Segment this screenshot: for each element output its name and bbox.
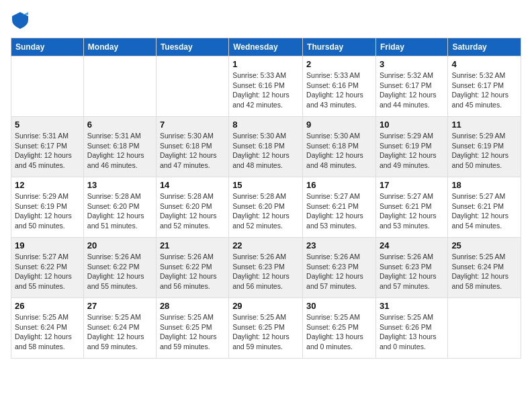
calendar-cell bbox=[156, 56, 228, 117]
day-info: Sunrise: 5:31 AM Sunset: 6:17 PM Dayligh… bbox=[15, 131, 80, 171]
day-number: 15 bbox=[232, 180, 299, 190]
day-info: Sunrise: 5:30 AM Sunset: 6:18 PM Dayligh… bbox=[306, 131, 372, 171]
day-number: 29 bbox=[232, 301, 299, 311]
day-info: Sunrise: 5:28 AM Sunset: 6:20 PM Dayligh… bbox=[160, 191, 225, 231]
day-number: 6 bbox=[87, 120, 152, 130]
calendar-cell: 31Sunrise: 5:25 AM Sunset: 6:26 PM Dayli… bbox=[375, 298, 447, 359]
day-info: Sunrise: 5:27 AM Sunset: 6:22 PM Dayligh… bbox=[15, 252, 80, 291]
day-number: 17 bbox=[380, 180, 444, 190]
weekday-header-tuesday: Tuesday bbox=[156, 38, 228, 56]
day-number: 3 bbox=[380, 59, 444, 69]
calendar-cell bbox=[83, 56, 156, 117]
day-number: 28 bbox=[160, 301, 225, 311]
day-info: Sunrise: 5:27 AM Sunset: 6:21 PM Dayligh… bbox=[380, 191, 444, 231]
calendar-cell: 14Sunrise: 5:28 AM Sunset: 6:20 PM Dayli… bbox=[156, 177, 228, 238]
calendar-cell: 16Sunrise: 5:27 AM Sunset: 6:21 PM Dayli… bbox=[303, 177, 376, 238]
day-number: 2 bbox=[306, 59, 372, 69]
calendar-cell: 19Sunrise: 5:27 AM Sunset: 6:22 PM Dayli… bbox=[11, 238, 84, 298]
calendar-cell: 9Sunrise: 5:30 AM Sunset: 6:18 PM Daylig… bbox=[303, 117, 376, 177]
day-number: 19 bbox=[15, 240, 80, 250]
day-number: 16 bbox=[306, 180, 372, 190]
day-number: 31 bbox=[380, 301, 444, 311]
day-info: Sunrise: 5:33 AM Sunset: 6:16 PM Dayligh… bbox=[306, 71, 372, 110]
day-info: Sunrise: 5:26 AM Sunset: 6:22 PM Dayligh… bbox=[160, 252, 225, 291]
day-info: Sunrise: 5:25 AM Sunset: 6:24 PM Dayligh… bbox=[87, 312, 152, 352]
day-number: 27 bbox=[87, 301, 152, 311]
day-info: Sunrise: 5:32 AM Sunset: 6:17 PM Dayligh… bbox=[451, 71, 517, 110]
calendar-cell: 6Sunrise: 5:31 AM Sunset: 6:18 PM Daylig… bbox=[83, 117, 156, 177]
calendar-cell: 11Sunrise: 5:29 AM Sunset: 6:19 PM Dayli… bbox=[448, 117, 521, 177]
calendar-cell: 22Sunrise: 5:26 AM Sunset: 6:23 PM Dayli… bbox=[229, 238, 303, 298]
day-number: 25 bbox=[451, 240, 517, 250]
day-number: 24 bbox=[380, 240, 444, 250]
calendar-table: SundayMondayTuesdayWednesdayThursdayFrid… bbox=[11, 38, 521, 359]
calendar-week-row: 12Sunrise: 5:29 AM Sunset: 6:19 PM Dayli… bbox=[11, 177, 521, 238]
calendar-cell: 30Sunrise: 5:25 AM Sunset: 6:25 PM Dayli… bbox=[303, 298, 376, 359]
day-number: 5 bbox=[15, 120, 80, 130]
day-number: 12 bbox=[15, 180, 80, 190]
weekday-header-thursday: Thursday bbox=[303, 38, 376, 56]
day-info: Sunrise: 5:33 AM Sunset: 6:16 PM Dayligh… bbox=[232, 71, 299, 110]
day-info: Sunrise: 5:31 AM Sunset: 6:18 PM Dayligh… bbox=[87, 131, 152, 171]
day-info: Sunrise: 5:25 AM Sunset: 6:25 PM Dayligh… bbox=[306, 312, 372, 352]
day-info: Sunrise: 5:27 AM Sunset: 6:21 PM Dayligh… bbox=[306, 191, 372, 231]
day-number: 9 bbox=[306, 120, 372, 130]
calendar-cell: 29Sunrise: 5:25 AM Sunset: 6:25 PM Dayli… bbox=[229, 298, 303, 359]
day-number: 14 bbox=[160, 180, 225, 190]
day-info: Sunrise: 5:26 AM Sunset: 6:23 PM Dayligh… bbox=[306, 252, 372, 291]
weekday-header-wednesday: Wednesday bbox=[229, 38, 303, 56]
calendar-cell: 26Sunrise: 5:25 AM Sunset: 6:24 PM Dayli… bbox=[11, 298, 84, 359]
logo bbox=[11, 11, 32, 30]
weekday-header-sunday: Sunday bbox=[11, 38, 84, 56]
day-info: Sunrise: 5:29 AM Sunset: 6:19 PM Dayligh… bbox=[451, 131, 517, 171]
day-info: Sunrise: 5:25 AM Sunset: 6:24 PM Dayligh… bbox=[15, 312, 80, 352]
day-info: Sunrise: 5:25 AM Sunset: 6:24 PM Dayligh… bbox=[451, 252, 517, 291]
day-number: 26 bbox=[15, 301, 80, 311]
day-info: Sunrise: 5:28 AM Sunset: 6:20 PM Dayligh… bbox=[232, 191, 299, 231]
day-info: Sunrise: 5:29 AM Sunset: 6:19 PM Dayligh… bbox=[15, 191, 80, 231]
calendar-cell: 15Sunrise: 5:28 AM Sunset: 6:20 PM Dayli… bbox=[229, 177, 303, 238]
calendar-cell: 13Sunrise: 5:28 AM Sunset: 6:20 PM Dayli… bbox=[83, 177, 156, 238]
day-number: 18 bbox=[451, 180, 517, 190]
calendar-cell: 8Sunrise: 5:30 AM Sunset: 6:18 PM Daylig… bbox=[229, 117, 303, 177]
day-info: Sunrise: 5:32 AM Sunset: 6:17 PM Dayligh… bbox=[380, 71, 444, 110]
calendar-cell: 4Sunrise: 5:32 AM Sunset: 6:17 PM Daylig… bbox=[448, 56, 521, 117]
calendar-cell: 5Sunrise: 5:31 AM Sunset: 6:17 PM Daylig… bbox=[11, 117, 84, 177]
day-number: 8 bbox=[232, 120, 299, 130]
day-info: Sunrise: 5:29 AM Sunset: 6:19 PM Dayligh… bbox=[380, 131, 444, 171]
day-number: 23 bbox=[306, 240, 372, 250]
calendar-week-row: 19Sunrise: 5:27 AM Sunset: 6:22 PM Dayli… bbox=[11, 238, 521, 298]
calendar-week-row: 1Sunrise: 5:33 AM Sunset: 6:16 PM Daylig… bbox=[11, 56, 521, 117]
day-number: 30 bbox=[306, 301, 372, 311]
day-number: 20 bbox=[87, 240, 152, 250]
calendar-cell: 12Sunrise: 5:29 AM Sunset: 6:19 PM Dayli… bbox=[11, 177, 84, 238]
day-info: Sunrise: 5:28 AM Sunset: 6:20 PM Dayligh… bbox=[87, 191, 152, 231]
logo-icon bbox=[11, 11, 30, 30]
calendar-cell: 28Sunrise: 5:25 AM Sunset: 6:25 PM Dayli… bbox=[156, 298, 228, 359]
calendar-cell: 10Sunrise: 5:29 AM Sunset: 6:19 PM Dayli… bbox=[375, 117, 447, 177]
day-number: 1 bbox=[232, 59, 299, 69]
calendar-week-row: 5Sunrise: 5:31 AM Sunset: 6:17 PM Daylig… bbox=[11, 117, 521, 177]
day-info: Sunrise: 5:26 AM Sunset: 6:23 PM Dayligh… bbox=[232, 252, 299, 291]
day-number: 13 bbox=[87, 180, 152, 190]
calendar-cell: 3Sunrise: 5:32 AM Sunset: 6:17 PM Daylig… bbox=[375, 56, 447, 117]
calendar-cell: 17Sunrise: 5:27 AM Sunset: 6:21 PM Dayli… bbox=[375, 177, 447, 238]
calendar-cell bbox=[448, 298, 521, 359]
day-info: Sunrise: 5:30 AM Sunset: 6:18 PM Dayligh… bbox=[160, 131, 225, 171]
calendar-cell: 18Sunrise: 5:27 AM Sunset: 6:21 PM Dayli… bbox=[448, 177, 521, 238]
weekday-header-friday: Friday bbox=[375, 38, 447, 56]
calendar-cell: 23Sunrise: 5:26 AM Sunset: 6:23 PM Dayli… bbox=[303, 238, 376, 298]
day-number: 22 bbox=[232, 240, 299, 250]
day-info: Sunrise: 5:26 AM Sunset: 6:23 PM Dayligh… bbox=[380, 252, 444, 291]
day-number: 4 bbox=[451, 59, 517, 69]
calendar-cell: 25Sunrise: 5:25 AM Sunset: 6:24 PM Dayli… bbox=[448, 238, 521, 298]
day-info: Sunrise: 5:27 AM Sunset: 6:21 PM Dayligh… bbox=[451, 191, 517, 231]
calendar-cell: 2Sunrise: 5:33 AM Sunset: 6:16 PM Daylig… bbox=[303, 56, 376, 117]
weekday-header-saturday: Saturday bbox=[448, 38, 521, 56]
calendar-week-row: 26Sunrise: 5:25 AM Sunset: 6:24 PM Dayli… bbox=[11, 298, 521, 359]
weekday-header-monday: Monday bbox=[83, 38, 156, 56]
page-header bbox=[11, 11, 521, 30]
weekday-header-row: SundayMondayTuesdayWednesdayThursdayFrid… bbox=[11, 38, 521, 56]
day-number: 21 bbox=[160, 240, 225, 250]
calendar-cell bbox=[11, 56, 84, 117]
